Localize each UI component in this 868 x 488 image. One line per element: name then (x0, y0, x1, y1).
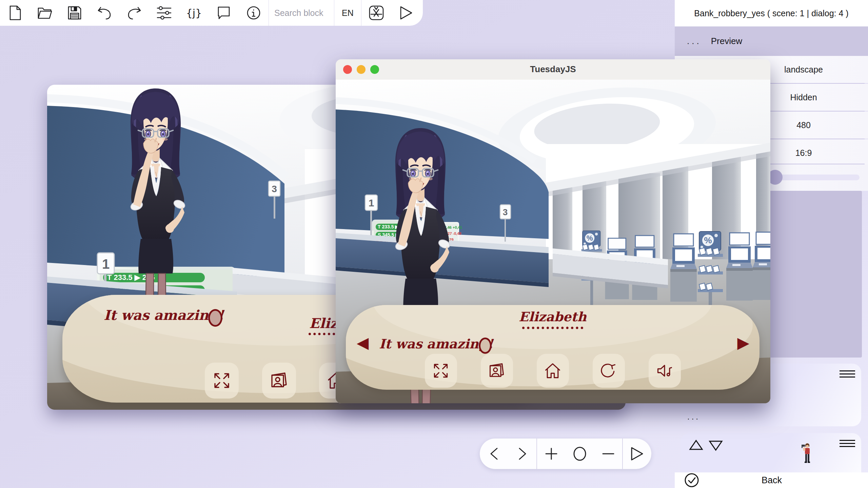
prop-height-value: 480 (796, 120, 811, 130)
next-button[interactable] (508, 439, 537, 469)
save-button[interactable] (67, 5, 82, 21)
name-underline (522, 312, 583, 329)
add-button[interactable] (537, 439, 566, 469)
scene-title: Bank_robbery_yes ( scene: 1 | dialog: 4 … (694, 8, 848, 18)
queue-sign-1: 1 (102, 257, 110, 271)
toolbar-divider (334, 0, 334, 26)
volume-button[interactable] (649, 354, 681, 388)
vn-scene-front: T 233.5 ▶ 265 S 345.5 ▶ 353 A 545.5 ◀ 52… (336, 80, 770, 403)
choice-marker-icon[interactable] (479, 338, 492, 354)
prev-dialog-arrow[interactable]: ◀ (357, 335, 369, 350)
preview-window-front[interactable]: TuesdayJS (336, 59, 770, 403)
prop-orientation-value: landscape (784, 65, 823, 75)
redo-button[interactable] (126, 5, 142, 21)
window-title: TuesdayJS (336, 64, 770, 75)
settings-sliders-button[interactable] (156, 5, 172, 21)
gallery-button[interactable] (262, 363, 296, 399)
triangle-up-icon[interactable] (690, 441, 702, 449)
language-button[interactable]: EN (340, 8, 356, 18)
main-toolbar: {j} EN (0, 0, 423, 26)
json-code-label: {j} (186, 7, 202, 19)
scene-title-row: Bank_robbery_yes ( scene: 1 | dialog: 4 … (675, 0, 868, 26)
fullscreen-button[interactable] (205, 363, 239, 399)
window-titlebar[interactable]: TuesdayJS (336, 59, 770, 80)
back-button[interactable]: Back (699, 475, 844, 486)
armed-man-sprite[interactable] (801, 443, 813, 466)
player-controls (480, 439, 651, 469)
queue-sign-3: 3 (503, 207, 508, 217)
open-folder-button[interactable] (37, 5, 53, 21)
remove-button[interactable] (594, 439, 623, 469)
choice-marker-icon[interactable] (208, 309, 222, 327)
preview-label: Preview (711, 36, 742, 46)
preview-menu-icon[interactable]: ... (687, 36, 702, 46)
back-row[interactable]: Back (675, 472, 868, 488)
next-dialog-arrow[interactable]: ▶ (737, 335, 749, 350)
record-circle-button[interactable] (566, 439, 594, 469)
toolbar-divider (269, 0, 269, 26)
choice-option[interactable]: It was amazing! (379, 336, 493, 351)
dialog-menu-row (346, 354, 760, 388)
queue-sign-1: 1 (369, 197, 374, 208)
character-card[interactable] (680, 433, 861, 472)
search-input[interactable] (274, 8, 329, 18)
language-label: EN (342, 8, 354, 18)
menu-icon[interactable] (840, 438, 855, 449)
gallery-button[interactable] (481, 354, 513, 388)
preview-row[interactable]: ... Preview (675, 26, 868, 56)
replay-button[interactable] (593, 354, 625, 388)
reorder-triangles (689, 439, 726, 452)
home-button[interactable] (537, 354, 569, 388)
prop-aspect-value: 16:9 (795, 148, 812, 158)
menu-icon[interactable] (840, 368, 855, 380)
vn-dialog-box: Elizabeth ◀ It was amazing! ▶ (346, 305, 760, 390)
comment-button[interactable] (216, 5, 232, 21)
fullscreen-button[interactable] (425, 354, 457, 388)
info-button[interactable] (246, 5, 261, 21)
app-store-button[interactable] (369, 5, 384, 21)
new-file-button[interactable] (7, 5, 23, 21)
check-circle-icon[interactable] (684, 473, 699, 488)
card-menu-icon[interactable]: ... (687, 412, 700, 422)
triangle-down-icon[interactable] (710, 441, 722, 450)
previous-button[interactable] (480, 439, 508, 469)
toolbar-divider (361, 0, 361, 26)
app-stage: % (0, 0, 868, 488)
queue-sign-3: 3 (272, 184, 277, 194)
choice-option[interactable]: It was amazing! (104, 307, 224, 323)
prop-visibility-value: Hidden (790, 93, 817, 102)
slider-track[interactable] (775, 175, 860, 180)
json-code-button[interactable]: {j} (186, 5, 202, 21)
play-button[interactable] (623, 439, 651, 469)
undo-button[interactable] (97, 5, 112, 21)
run-play-button[interactable] (398, 5, 414, 21)
